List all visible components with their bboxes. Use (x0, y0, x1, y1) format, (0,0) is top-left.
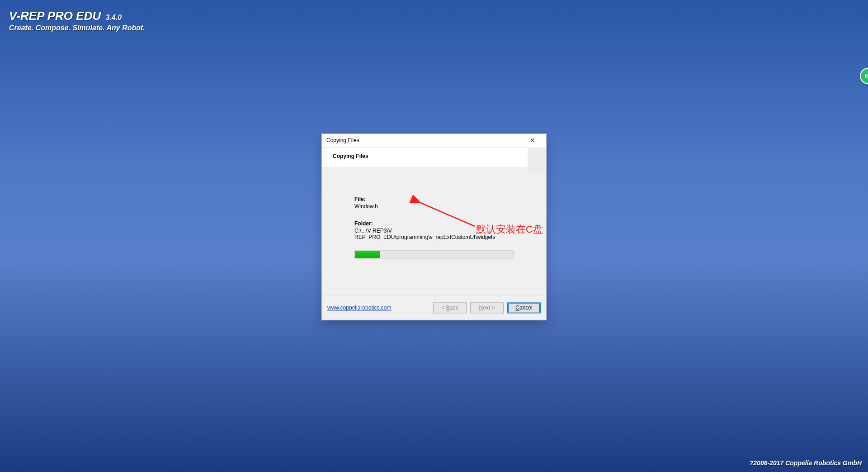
brand-block: V-REP PRO EDU 3.4.0 Create. Compose. Sim… (9, 9, 145, 32)
progress-bar-fill (355, 251, 380, 258)
dialog-header: Copying Files (322, 148, 546, 167)
progress-bar (354, 250, 514, 258)
dialog-heading: Copying Files (333, 153, 538, 159)
titlebar[interactable]: Copying Files ✕ (322, 134, 546, 148)
brand-tagline: Create. Compose. Simulate. Any Robot. (9, 24, 145, 32)
file-value: Window.h (354, 203, 514, 210)
copyright-text: ?2006-2017 Coppelia Robotics GmbH (750, 459, 862, 467)
vendor-link[interactable]: www.coppeliarobotics.com (327, 305, 391, 311)
next-button-label: Next > (479, 305, 495, 311)
header-side-graphic (528, 148, 546, 174)
close-icon: ✕ (530, 137, 535, 144)
brand-title: V-REP PRO EDU (9, 9, 101, 23)
file-label: File: (354, 196, 514, 202)
brand-version: 3.4.0 (106, 14, 122, 22)
next-button: Next > (470, 302, 504, 313)
back-button: < Back (433, 302, 467, 313)
window-title: Copying Files (326, 137, 522, 143)
back-button-label: < Back (441, 305, 458, 311)
annotation-text: 默认安装在C盘 (476, 223, 543, 236)
dialog-footer: www.coppeliarobotics.com < Back Next > C… (322, 296, 546, 319)
cancel-button-label: Cancel (515, 305, 532, 311)
close-button[interactable]: ✕ (522, 135, 542, 145)
cancel-button[interactable]: Cancel (507, 302, 541, 313)
